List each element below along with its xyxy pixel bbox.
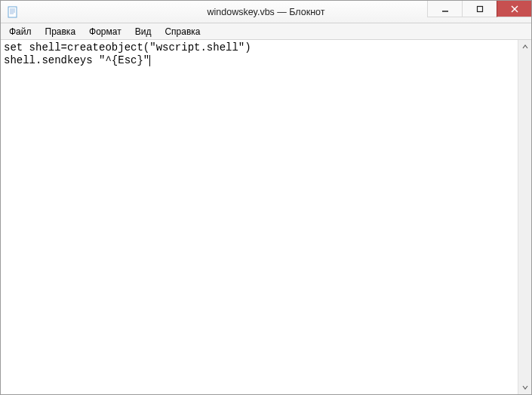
- editor-content: set shell=createobject("wscript.shell") …: [4, 41, 251, 66]
- svg-rect-6: [477, 6, 482, 11]
- menu-edit[interactable]: Правка: [38, 23, 83, 39]
- editor-area: set shell=createobject("wscript.shell") …: [1, 40, 531, 394]
- scroll-track[interactable]: [518, 54, 531, 381]
- chevron-down-icon: [522, 384, 528, 390]
- menubar: Файл Правка Формат Вид Справка: [1, 23, 531, 40]
- minimize-icon: [441, 5, 449, 13]
- scroll-up-arrow[interactable]: [518, 40, 531, 54]
- vertical-scrollbar[interactable]: [518, 40, 531, 394]
- close-icon: [511, 5, 518, 13]
- maximize-button[interactable]: [462, 1, 497, 17]
- menu-file[interactable]: Файл: [2, 23, 38, 39]
- app-icon: [7, 6, 19, 18]
- maximize-icon: [476, 5, 484, 13]
- scroll-down-arrow[interactable]: [518, 381, 531, 394]
- minimize-button[interactable]: [427, 1, 462, 17]
- close-button[interactable]: [497, 1, 531, 17]
- text-caret: [149, 55, 150, 66]
- window-controls: [427, 1, 531, 23]
- titlebar[interactable]: windowskey.vbs — Блокнот: [1, 1, 531, 23]
- menu-format[interactable]: Формат: [82, 23, 128, 39]
- menu-view[interactable]: Вид: [128, 23, 158, 39]
- menu-help[interactable]: Справка: [158, 23, 207, 39]
- text-editor[interactable]: set shell=createobject("wscript.shell") …: [1, 40, 518, 394]
- notepad-window: windowskey.vbs — Блокнот Файл Правка Фор…: [0, 0, 532, 395]
- chevron-up-icon: [522, 44, 528, 50]
